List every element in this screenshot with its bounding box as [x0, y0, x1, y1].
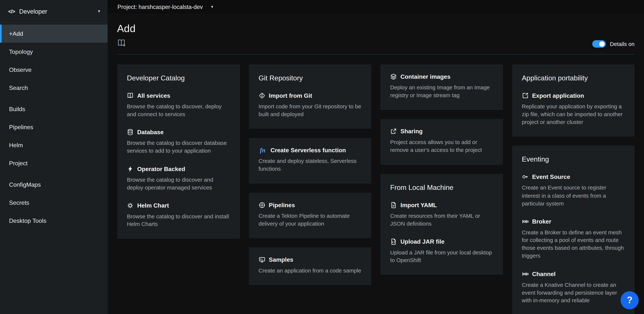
add-item-event-source: Event Source Create an Event source to r…: [522, 174, 624, 208]
item-link[interactable]: Database: [137, 129, 164, 135]
card-container-images: Container images Deploy an existing Imag…: [380, 64, 503, 110]
item-link[interactable]: Export application: [532, 92, 584, 99]
item-link[interactable]: All services: [137, 92, 170, 99]
card-pipelines: Pipelines Create a Tekton Pipeline to au…: [249, 193, 372, 238]
add-item-broker: Broker Create a Broker to define an even…: [522, 218, 624, 260]
sidebar-item-add[interactable]: +Add: [0, 24, 108, 43]
sidebar-item-label: ConfigMaps: [9, 181, 41, 188]
export-icon: [522, 92, 528, 99]
openshift-developer-console: </> Developer ▾ +Add Topology Observe Se…: [0, 0, 644, 314]
event-source-icon: [522, 174, 528, 180]
guided-tour-book-icon: [117, 38, 126, 47]
add-cards-grid: Developer Catalog All services Browse th…: [117, 64, 634, 314]
page-title: Add: [117, 22, 634, 34]
layers-icon: [390, 73, 397, 80]
item-link[interactable]: Helm Chart: [137, 202, 169, 209]
item-description: Create a Tekton Pipeline to automate del…: [258, 212, 361, 228]
broker-icon: [522, 218, 528, 225]
sidebar-item-search[interactable]: Search: [0, 79, 108, 97]
card-git-repository: Git Repository Import from Git Import co…: [249, 64, 372, 129]
add-item-channel: Channel Create a Knative Channel to crea…: [522, 271, 624, 305]
catalog-column-4: Application portability Export applicati…: [512, 64, 634, 314]
item-description: Project access allows you to add or remo…: [390, 138, 493, 154]
developer-code-icon: </>: [8, 8, 15, 14]
catalog-column-1: Developer Catalog All services Browse th…: [117, 64, 240, 239]
card-serverless-function: fn Create Serverless function Create and…: [249, 138, 372, 184]
sidebar-item-label: Secrets: [9, 199, 29, 206]
chevron-down-icon: ▾: [211, 4, 213, 9]
perspective-switcher[interactable]: </> Developer ▾: [0, 0, 108, 23]
card-from-local-machine: From Local Machine Import YAML Create re…: [380, 174, 503, 275]
add-item-operator-backed: Operator Backed Browse the catalog to di…: [127, 166, 230, 192]
item-description: Browse the catalog to discover database …: [127, 139, 230, 155]
item-link[interactable]: Event Source: [532, 174, 570, 180]
sidebar-item-label: +Add: [9, 30, 23, 37]
item-description: Browse the catalog to discover, deploy a…: [127, 103, 230, 118]
sidebar-item-secrets[interactable]: Secrets: [0, 194, 108, 212]
sidebar-item-helm[interactable]: Helm: [0, 136, 108, 154]
yaml-file-icon: [390, 202, 397, 208]
samples-monitor-icon: [258, 256, 265, 263]
add-item-import-from-git: Import from Git Import code from your Gi…: [258, 92, 361, 118]
share-icon: [390, 128, 397, 135]
item-description: Deploy an existing Image from an Image r…: [390, 84, 493, 99]
sidebar-item-configmaps[interactable]: ConfigMaps: [0, 176, 108, 194]
guided-tour-button[interactable]: [117, 38, 126, 47]
project-selector[interactable]: Project: harshcasper-localsta-dev ▾: [118, 3, 213, 10]
sidebar-item-topology[interactable]: Topology: [0, 43, 108, 61]
item-description: Create an application from a code sample: [258, 267, 361, 275]
sidebar-item-label: Pipelines: [9, 124, 33, 130]
add-item-sharing: Sharing Project access allows you to add…: [390, 128, 493, 154]
header-divider: [117, 54, 634, 54]
item-link[interactable]: Samples: [269, 256, 293, 263]
add-item-pipelines: Pipelines Create a Tekton Pipeline to au…: [258, 202, 361, 228]
item-link[interactable]: Import from Git: [269, 92, 312, 99]
item-description: Create a Broker to define an event mesh …: [522, 229, 624, 260]
add-item-import-yaml: Import YAML Create resources from their …: [390, 202, 493, 228]
details-toggle-label: Details on: [610, 41, 634, 47]
chevron-down-icon: ▾: [98, 9, 100, 13]
sidebar-item-pipelines[interactable]: Pipelines: [0, 118, 108, 136]
item-description: Upload a JAR file from your local deskto…: [390, 249, 493, 264]
item-link[interactable]: Channel: [532, 271, 556, 277]
nav-group-primary: +Add Topology Observe Search: [0, 24, 108, 97]
item-link[interactable]: Operator Backed: [137, 166, 185, 172]
item-link[interactable]: Pipelines: [269, 202, 295, 208]
project-selector-label: Project: harshcasper-localsta-dev: [118, 3, 203, 10]
item-description: Browse the catalog to discover and insta…: [127, 213, 230, 228]
item-link[interactable]: Upload JAR file: [400, 238, 444, 245]
item-link[interactable]: Import YAML: [400, 202, 437, 208]
item-link[interactable]: Sharing: [400, 128, 422, 135]
item-description: Import code from your Git repository to …: [258, 103, 361, 118]
git-icon: [258, 92, 265, 99]
item-description: Browse the catalog to discover and deplo…: [127, 176, 230, 192]
help-button[interactable]: ?: [620, 291, 638, 309]
card-title: Eventing: [522, 156, 624, 164]
card-developer-catalog: Developer Catalog All services Browse th…: [117, 64, 240, 239]
sidebar-item-label: Search: [9, 84, 28, 91]
sidebar-item-label: Desktop Tools: [9, 217, 46, 224]
add-item-all-services: All services Browse the catalog to disco…: [127, 92, 230, 118]
sidebar-item-project[interactable]: Project: [0, 154, 108, 172]
card-title: From Local Machine: [390, 184, 493, 192]
add-item-database: Database Browse the catalog to discover …: [127, 129, 230, 155]
item-link[interactable]: Create Serverless function: [270, 147, 346, 154]
database-icon: [127, 129, 134, 135]
helm-wheel-icon: [127, 202, 134, 209]
item-link[interactable]: Broker: [532, 218, 551, 225]
item-description: Create and deploy stateless, Serverless …: [258, 157, 361, 173]
sidebar-item-builds[interactable]: Builds: [0, 100, 108, 118]
perspective-label: Developer: [19, 8, 47, 15]
add-item-container-images: Container images Deploy an existing Imag…: [390, 73, 493, 100]
sidebar-item-observe[interactable]: Observe: [0, 61, 108, 79]
catalog-column-2: Git Repository Import from Git Import co…: [249, 64, 372, 285]
card-title: Git Repository: [258, 74, 361, 82]
pipelines-wheel-icon: [258, 202, 265, 208]
item-link[interactable]: Container images: [400, 73, 450, 80]
sidebar-item-desktop-tools[interactable]: Desktop Tools: [0, 212, 108, 230]
sidebar-item-label: Builds: [9, 106, 25, 112]
jar-file-icon: [390, 238, 397, 245]
project-bar: Project: harshcasper-localsta-dev ▾: [108, 0, 644, 13]
details-toggle[interactable]: [592, 40, 606, 48]
sidebar-item-label: Topology: [9, 48, 33, 55]
